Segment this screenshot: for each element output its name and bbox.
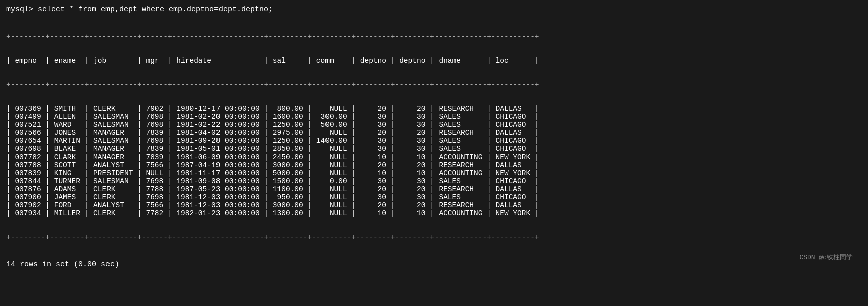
table-row: | 007902 | FORD | ANALYST | 7566 | 1981-…: [6, 201, 862, 209]
table-row: | 007698 | BLAKE | MANAGER | 7839 | 1981…: [6, 145, 862, 153]
divider-mid: +--------+--------+-----------+------+--…: [6, 81, 862, 89]
footer-line: 14 rows in set (0.00 sec): [6, 260, 862, 269]
table-row: | 007788 | SCOTT | ANALYST | 7566 | 1987…: [6, 161, 862, 169]
table-row: | 007844 | TURNER | SALESMAN | 7698 | 19…: [6, 177, 862, 185]
watermark: CSDN @c铁柱同学: [799, 253, 853, 262]
query-line: mysql> select * from emp,dept where emp.…: [6, 5, 862, 14]
table-row: | 007566 | JONES | MANAGER | 7839 | 1981…: [6, 129, 862, 137]
table-row: | 007839 | KING | PRESIDENT | NULL | 198…: [6, 169, 862, 177]
table-row: | 007654 | MARTIN | SALESMAN | 7698 | 19…: [6, 137, 862, 145]
table-row: | 007499 | ALLEN | SALESMAN | 7698 | 198…: [6, 113, 862, 121]
divider-bot: +--------+--------+-----------+------+--…: [6, 233, 862, 241]
table-row: | 007934 | MILLER | CLERK | 7782 | 1982-…: [6, 209, 862, 217]
table-row: | 007900 | JAMES | CLERK | 7698 | 1981-1…: [6, 193, 862, 201]
data-rows: | 007369 | SMITH | CLERK | 7902 | 1980-1…: [6, 105, 862, 217]
divider-top: +--------+--------+-----------+------+--…: [6, 33, 862, 41]
header-row: | empno | ename | job | mgr | hiredate |…: [6, 57, 862, 65]
table-container: +--------+--------+-----------+------+--…: [6, 17, 862, 257]
table-row: | 007782 | CLARK | MANAGER | 7839 | 1981…: [6, 153, 862, 161]
table-row: | 007369 | SMITH | CLERK | 7902 | 1980-1…: [6, 105, 862, 113]
table-row: | 007521 | WARD | SALESMAN | 7698 | 1981…: [6, 121, 862, 129]
table-row: | 007876 | ADAMS | CLERK | 7788 | 1987-0…: [6, 185, 862, 193]
